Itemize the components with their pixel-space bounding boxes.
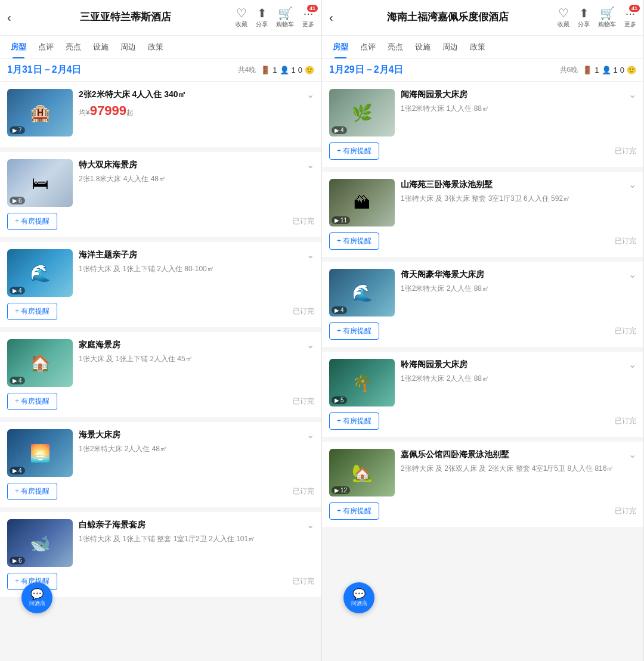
left-room-chevron-5[interactable]: ⌄	[306, 519, 314, 530]
left-remind-btn-2[interactable]: + 有房提醒	[7, 303, 57, 320]
left-room-image-5[interactable]: 🐋 ▶6	[7, 519, 73, 567]
left-cart-button[interactable]: 🛒 购物车	[276, 7, 294, 29]
price-prefix: 均¥	[79, 108, 90, 117]
right-nav-tabs: 房型 点评 亮点 设施 周边 政策	[322, 36, 643, 59]
left-panel: ‹ 三亚亚特兰蒂斯酒店 ♡ 收藏 ⬆ 分享 🛒 购物车 ··· 41 更多 房型	[0, 0, 322, 661]
right-cart-button[interactable]: 🛒 购物车	[598, 7, 616, 29]
right-share-button[interactable]: ⬆ 分享	[578, 7, 590, 29]
right-room-card-1: 🏔 ▶11 山海苑三卧海景泳池别墅 ⌄ 1张特大床 及 3张大床 整套 3室1厅…	[322, 172, 643, 257]
left-img-count-0: ▶ 7	[10, 126, 25, 134]
right-remind-btn-4[interactable]: + 有房提醒	[329, 502, 379, 520]
left-tab-facilities[interactable]: 设施	[87, 36, 114, 58]
cart-icon-r: 🛒	[600, 7, 615, 19]
left-room-image-0[interactable]: 🏨 ▶ 7	[7, 89, 73, 136]
right-tab-policy[interactable]: 政策	[464, 36, 491, 58]
right-booked-label-0: 已订完	[615, 146, 636, 156]
right-more-button[interactable]: ··· 41 更多	[624, 7, 636, 29]
left-room-card-3: 🏠 ▶4 家庭海景房 ⌄ 1张大床 及 1张上下铺 2人入住 45㎡ + 有房提…	[0, 332, 321, 417]
right-date-range[interactable]: 1月29日－2月4日	[329, 64, 555, 76]
left-tab-nearby[interactable]: 周边	[114, 36, 142, 58]
left-room-chevron-2[interactable]: ⌄	[306, 249, 314, 260]
right-person-count: 1	[614, 66, 618, 75]
left-room-chevron-0[interactable]: ⌄	[306, 89, 314, 100]
left-share-button[interactable]: ⬆ 分享	[256, 7, 268, 29]
left-guest-count: 1	[273, 66, 277, 75]
left-booked-label-3: 已订完	[293, 396, 314, 406]
left-child-count: 0	[298, 66, 302, 75]
left-room-name-3: 家庭海景房	[79, 339, 306, 351]
right-remind-btn-0[interactable]: + 有房提醒	[329, 142, 379, 160]
right-room-chevron-3[interactable]: ⌄	[628, 359, 636, 370]
left-room-image-4[interactable]: 🌅 ▶4	[7, 429, 73, 477]
heart-icon: ♡	[236, 7, 247, 19]
right-tab-roomtype[interactable]: 房型	[327, 36, 354, 58]
left-back-button[interactable]: ‹	[7, 11, 11, 24]
left-booked-label-1: 已订完	[293, 216, 314, 226]
left-more-button[interactable]: ··· 41 更多	[302, 7, 314, 29]
left-room-image-3[interactable]: 🏠 ▶4	[7, 339, 73, 387]
left-room-top-0: 🏨 ▶ 7 2张2米特大床 4人入住 340㎡ ⌄ 均¥97999起	[7, 89, 314, 136]
left-remind-btn-3[interactable]: + 有房提醒	[7, 393, 57, 410]
left-room-name-4: 海景大床房	[79, 429, 306, 441]
right-collect-button[interactable]: ♡ 收藏	[558, 7, 569, 29]
left-room-info-0: 2张2米特大床 4人入住 340㎡ ⌄ 均¥97999起	[79, 89, 314, 136]
right-room-image-4[interactable]: 🏡 ▶12	[329, 449, 395, 496]
right-remind-btn-3[interactable]: + 有房提醒	[329, 412, 379, 430]
right-tab-highlights[interactable]: 亮点	[382, 36, 409, 58]
left-hotel-title: 三亚亚特兰蒂斯酒店	[16, 11, 236, 24]
right-room-chevron-0[interactable]: ⌄	[628, 89, 636, 100]
left-img-count-4: ▶4	[10, 467, 25, 474]
left-tab-roomtype[interactable]: 房型	[5, 36, 32, 58]
right-guests-info[interactable]: 🚪 1 👤 1 0 🙂	[583, 66, 636, 75]
right-float-label: 问酒店	[351, 600, 367, 607]
right-room-name-1: 山海苑三卧海景泳池别墅	[401, 179, 628, 191]
right-tab-review[interactable]: 点评	[354, 36, 382, 58]
left-collect-button[interactable]: ♡ 收藏	[236, 7, 247, 29]
right-nights: 共6晚	[560, 65, 578, 75]
left-nights: 共4晚	[238, 65, 256, 75]
left-tab-review[interactable]: 点评	[32, 36, 60, 58]
left-booked-label-2: 已订完	[293, 306, 314, 316]
right-remind-btn-2[interactable]: + 有房提醒	[329, 322, 379, 340]
right-room-chevron-4[interactable]: ⌄	[628, 449, 636, 460]
right-tab-nearby[interactable]: 周边	[436, 36, 464, 58]
left-room-image-2[interactable]: 🌊 ▶4	[7, 249, 73, 297]
left-guests-info[interactable]: 🚪 1 👤 1 0 🙂	[261, 66, 314, 75]
right-room-desc-0: 1张2米特大床 1人入住 88㎡	[401, 103, 636, 114]
right-float-chat-button[interactable]: 💬 问酒店	[343, 582, 374, 613]
left-remind-btn-4[interactable]: + 有房提醒	[7, 483, 57, 500]
right-tab-facilities[interactable]: 设施	[409, 36, 436, 58]
more-label: 更多	[302, 20, 314, 29]
right-room-chevron-1[interactable]: ⌄	[628, 179, 636, 190]
right-room-chevron-2[interactable]: ⌄	[628, 269, 636, 280]
left-float-chat-button[interactable]: 💬 问酒店	[21, 582, 52, 613]
left-room-desc-4: 1张2米特大床 2人入住 48㎡	[79, 443, 314, 454]
right-chat-icon: 💬	[352, 589, 366, 600]
left-tab-policy[interactable]: 政策	[142, 36, 169, 58]
left-room-card-2: 🌊 ▶4 海洋主题亲子房 ⌄ 1张特大床 及 1张上下铺 2人入住 80-100…	[0, 242, 321, 327]
left-room-chevron-4[interactable]: ⌄	[306, 429, 314, 440]
left-room-price-0: 均¥97999起	[79, 103, 314, 119]
left-room-card-1: 🛏 ▶6 特大双床海景房 ⌄ 2张1.8米大床 4人入住 48㎡ + 有房提醒 …	[0, 152, 321, 237]
right-room-image-0[interactable]: 🌿 ▶4	[329, 89, 395, 136]
left-room-chevron-1[interactable]: ⌄	[306, 159, 314, 170]
left-date-range[interactable]: 1月31日－2月4日	[7, 64, 233, 76]
price-suffix: 起	[126, 108, 134, 117]
price-amount: 97999	[90, 103, 126, 118]
right-remind-btn-1[interactable]: + 有房提醒	[329, 232, 379, 250]
left-room-card-0: 🏨 ▶ 7 2张2米特大床 4人入住 340㎡ ⌄ 均¥97999起	[0, 82, 321, 147]
right-back-button[interactable]: ‹	[329, 11, 333, 24]
left-room-chevron-3[interactable]: ⌄	[306, 339, 314, 350]
right-header: ‹ 海南土福湾嘉佩乐度假酒店 ♡ 收藏 ⬆ 分享 🛒 购物车 ··· 41 更多	[322, 0, 643, 36]
right-booked-label-2: 已订完	[615, 326, 636, 336]
right-child-icon: 🙂	[627, 66, 636, 75]
right-img-count-2: ▶4	[332, 306, 347, 314]
left-room-image-1[interactable]: 🛏 ▶6	[7, 159, 73, 207]
right-cart-badge: 41	[629, 5, 640, 12]
right-room-image-1[interactable]: 🏔 ▶11	[329, 179, 395, 226]
left-remind-btn-1[interactable]: + 有房提醒	[7, 213, 57, 230]
right-room-image-2[interactable]: 🌊 ▶4	[329, 269, 395, 316]
right-room-image-3[interactable]: 🌴 ▶5	[329, 359, 395, 406]
left-tab-highlights[interactable]: 亮点	[60, 36, 87, 58]
left-child-icon: 🙂	[305, 66, 314, 75]
